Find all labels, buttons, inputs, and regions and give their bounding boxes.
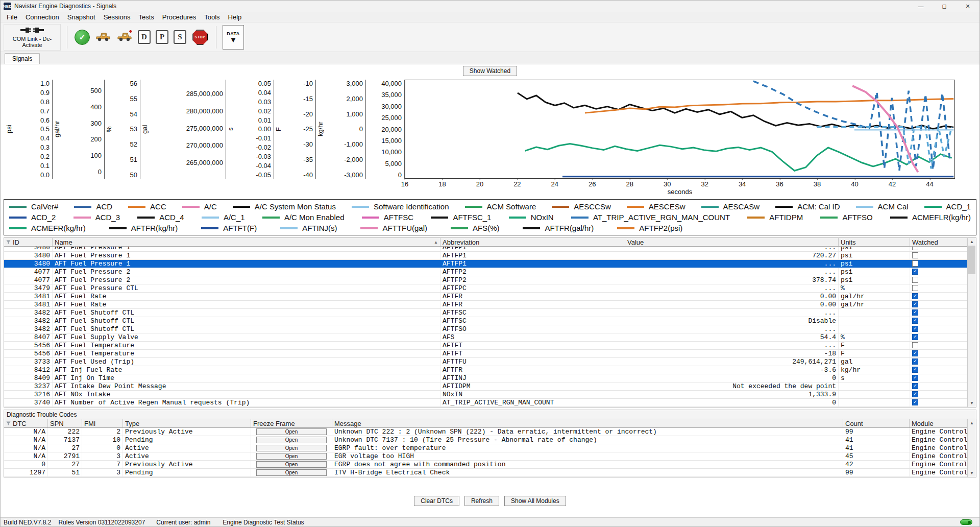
watched-checkbox[interactable] xyxy=(912,260,918,267)
signal-row[interactable]: 4077AFT Fuel Pressure 2AFTFP2378.74psi xyxy=(4,276,967,284)
dtc-column-header-message[interactable]: Message xyxy=(332,419,843,427)
signal-row[interactable]: 3733AFT Fuel Used (Trip)AFTTFU249,614,27… xyxy=(4,358,967,366)
legend-item[interactable]: AFTTFU(gal) xyxy=(360,224,427,232)
dtc-row[interactable]: N/A2222Previously ActiveOpenUnknown DTC … xyxy=(4,428,967,436)
signal-row[interactable]: 3480AFT Fuel Pressure 1AFTFP1...psi xyxy=(4,247,967,252)
watched-checkbox[interactable]: ✓ xyxy=(912,375,918,381)
signal-row[interactable]: 8409AFT Inj On TimeAFTINJ0s✓ xyxy=(4,374,967,382)
watched-checkbox[interactable]: ✓ xyxy=(912,301,918,307)
menu-sessions[interactable]: Sessions xyxy=(100,12,135,22)
scroll-thumb[interactable] xyxy=(968,246,975,274)
scroll-down-icon[interactable]: ▼ xyxy=(968,469,976,477)
watched-checkbox[interactable] xyxy=(912,285,918,291)
legend-item[interactable]: AFTFT(F) xyxy=(201,224,257,232)
menu-tests[interactable]: Tests xyxy=(134,12,158,22)
column-header-value[interactable]: Value xyxy=(625,238,839,246)
show-watched-button[interactable]: Show Watched xyxy=(463,66,517,76)
freeze-frame-open-button[interactable]: Open xyxy=(256,461,327,468)
signal-row[interactable]: 3216AFT NOx IntakeNOxIN1,333.9✓ xyxy=(4,391,967,399)
com-link-button[interactable]: COM Link - De-Activate xyxy=(4,24,61,51)
filter-icon[interactable] xyxy=(6,421,11,426)
legend-item[interactable]: NOxIN xyxy=(509,213,554,222)
scroll-up-icon[interactable]: ▲ xyxy=(968,419,976,427)
watched-checkbox[interactable]: ✓ xyxy=(912,293,918,299)
menu-help[interactable]: Help xyxy=(224,12,246,22)
signal-row[interactable]: 3237AFT Intake Dew Point MessageAFTIDPMN… xyxy=(4,382,967,391)
watched-checkbox[interactable]: ✓ xyxy=(912,358,918,365)
signals-scrollbar[interactable]: ▲ ▼ xyxy=(967,238,976,407)
signal-row[interactable]: 3479AFT Fuel Pressure CTLAFTFPC...% xyxy=(4,284,967,293)
watched-checkbox[interactable]: ✓ xyxy=(912,309,918,316)
watched-checkbox[interactable]: ✓ xyxy=(912,383,918,389)
watched-checkbox[interactable]: ✓ xyxy=(912,391,918,397)
filter-icon[interactable] xyxy=(6,240,11,245)
minimize-icon[interactable]: — xyxy=(909,1,933,12)
stop-button[interactable]: STOP xyxy=(192,30,208,45)
clear-dtcs-button[interactable]: Clear DTCs xyxy=(414,496,459,506)
signal-row[interactable]: 3482AFT Fuel Shutoff CTLAFTFSCDisable✓ xyxy=(4,317,967,325)
signal-row[interactable]: 3481AFT Fuel RateAFTFR0.00gal/hr✓ xyxy=(4,301,967,309)
legend-item[interactable]: ACM Software xyxy=(465,202,536,211)
dtc-row[interactable]: 1297513PendingOpenITV H-Bridge Electrica… xyxy=(4,469,967,477)
dtc-row[interactable]: 0277Previously ActiveOpenEGRP does not a… xyxy=(4,461,967,469)
dtc-row[interactable]: N/A270ActiveOpenEGRP fault: over tempera… xyxy=(4,444,967,452)
freeze-frame-open-button[interactable]: Open xyxy=(256,437,327,443)
watched-checkbox[interactable] xyxy=(912,252,918,258)
dtc-column-header-fmi[interactable]: FMI xyxy=(82,419,123,427)
legend-item[interactable]: AFTFSO xyxy=(820,213,872,222)
dtc-column-header-count[interactable]: Count xyxy=(843,419,910,427)
signal-row[interactable]: 3480AFT Fuel Pressure 1AFTFP1720.27psi xyxy=(4,252,967,260)
column-header-abbreviation[interactable]: Abbreviation xyxy=(440,238,625,246)
watched-checkbox[interactable]: ✓ xyxy=(912,350,918,356)
legend-item[interactable]: A/C_1 xyxy=(202,213,245,222)
freeze-frame-open-button[interactable]: Open xyxy=(256,469,327,476)
signal-row[interactable]: 8407AFT Fuel Supply ValveAFS54.4%✓ xyxy=(4,333,967,342)
dtc-column-header-module[interactable]: Module xyxy=(910,419,967,427)
legend-item[interactable]: AFTFR(kg/hr) xyxy=(109,224,178,232)
legend-item[interactable]: AFTIDPM xyxy=(747,213,803,222)
dtc-column-header-freeze-frame[interactable]: Freeze Frame xyxy=(251,419,332,427)
legend-item[interactable]: Software Identification xyxy=(352,202,449,211)
scroll-up-icon[interactable]: ▲ xyxy=(968,238,976,246)
watched-checkbox[interactable]: ✓ xyxy=(912,269,918,275)
legend-item[interactable]: ACD xyxy=(74,202,112,211)
freeze-frame-open-button[interactable]: Open xyxy=(256,453,327,460)
dtc-row[interactable]: N/A27913ActiveOpenEGR voltage too HIGH45… xyxy=(4,452,967,461)
freeze-frame-open-button[interactable]: Open xyxy=(256,428,327,435)
legend-item[interactable]: ACC xyxy=(128,202,166,211)
legend-item[interactable]: A/C Mon Enabled xyxy=(262,213,345,222)
legend-item[interactable]: ACM: Cal ID xyxy=(775,202,840,211)
legend-item[interactable]: ACD_2 xyxy=(9,213,56,222)
d-button[interactable]: D xyxy=(138,30,151,44)
scroll-track[interactable] xyxy=(968,427,976,469)
data-button[interactable]: DATA ▼ xyxy=(223,25,244,50)
refresh-button[interactable]: Refresh xyxy=(464,496,499,506)
scroll-down-icon[interactable]: ▼ xyxy=(968,399,976,407)
legend-item[interactable]: AFTFR(gal/hr) xyxy=(523,224,594,232)
truck-icon-button[interactable] xyxy=(94,28,112,46)
tab-signals[interactable]: Signals xyxy=(5,53,40,64)
signal-row[interactable]: 4077AFT Fuel Pressure 2AFTFP2...psi✓ xyxy=(4,268,967,276)
maximize-icon[interactable]: ◻ xyxy=(933,1,956,12)
watched-checkbox[interactable] xyxy=(912,247,918,250)
dtc-column-header-type[interactable]: Type xyxy=(123,419,251,427)
watched-checkbox[interactable]: ✓ xyxy=(912,367,918,373)
legend-item[interactable]: AESCCSw xyxy=(552,202,611,211)
watched-checkbox[interactable]: ✓ xyxy=(912,326,918,332)
dtc-scrollbar[interactable]: ▲ ▼ xyxy=(967,419,976,477)
menu-file[interactable]: File xyxy=(3,12,21,22)
signal-row[interactable]: 8412AFT Inj Fuel RateAFTFR-3.6kg/hr✓ xyxy=(4,366,967,374)
dtc-column-header-spn[interactable]: SPN xyxy=(48,419,82,427)
signal-row[interactable]: 3481AFT Fuel RateAFTFR0.00gal/hr✓ xyxy=(4,293,967,301)
legend-item[interactable]: ACMEFR(kg/hr) xyxy=(9,224,86,232)
signal-row[interactable]: 5456AFT Fuel TemperatureAFTFT-18F✓ xyxy=(4,350,967,358)
legend-item[interactable]: AT_TRIP_ACTIVE_RGN_MAN_COUNT xyxy=(571,213,730,222)
column-header-id[interactable]: ID xyxy=(4,238,53,246)
signal-row[interactable]: 3740AFT Number of Active Regen Manual re… xyxy=(4,399,967,407)
legend-item[interactable]: ACM Cal xyxy=(856,202,909,211)
watched-checkbox[interactable]: ✓ xyxy=(912,318,918,324)
legend-item[interactable]: AFTFP2(psi) xyxy=(617,224,682,232)
menu-snapshot[interactable]: Snapshot xyxy=(63,12,100,22)
legend-item[interactable]: AESCASw xyxy=(701,202,760,211)
legend-item[interactable]: CalVer# xyxy=(9,202,58,211)
